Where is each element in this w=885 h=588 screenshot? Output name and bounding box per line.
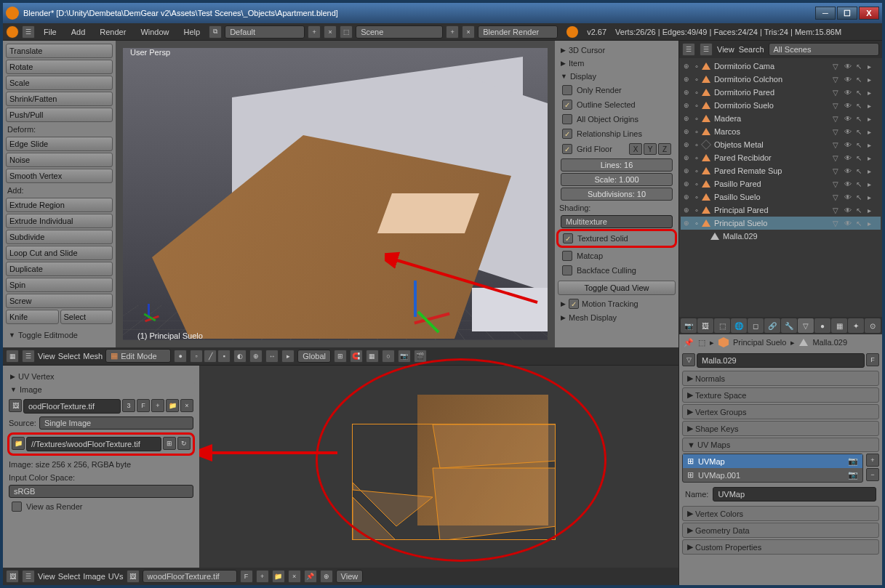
snap-icon[interactable]: 🧲 bbox=[350, 350, 363, 363]
proportional-icon[interactable]: ○ bbox=[382, 350, 395, 363]
tool-pushpull[interactable]: Push/Pull bbox=[6, 108, 113, 122]
outliner-item[interactable]: ⊕◦Dormitorio Suelo▽👁↖▸ bbox=[681, 99, 881, 112]
editor-type-3dview-icon[interactable]: ▦ bbox=[6, 350, 19, 363]
menu-file[interactable]: File bbox=[38, 26, 63, 38]
uv-collapse-icon[interactable]: ☰ bbox=[22, 570, 35, 583]
panel-display[interactable]: ▼Display bbox=[558, 70, 676, 83]
view3d-menu-view[interactable]: View bbox=[38, 352, 55, 361]
check-texturedsolid[interactable]: ✓ bbox=[563, 233, 573, 243]
tab-constraints-icon[interactable]: 🔗 bbox=[764, 318, 780, 333]
image-name-field[interactable]: oodFloorTexture.tif bbox=[23, 399, 121, 414]
shading-solid-icon[interactable]: ● bbox=[174, 350, 187, 363]
uv-new-icon[interactable]: + bbox=[256, 570, 269, 583]
check-viewasrender[interactable] bbox=[12, 502, 22, 512]
menu-window[interactable]: Window bbox=[135, 26, 175, 38]
mode-dropdown[interactable]: ▦Edit Mode bbox=[105, 349, 171, 363]
panel-geometrydata[interactable]: ▶ Geometry Data bbox=[682, 523, 879, 538]
tab-world-icon[interactable]: 🌐 bbox=[731, 318, 747, 333]
panel-3dcursor[interactable]: ▶3D Cursor bbox=[558, 44, 676, 57]
toggle-editmode-header[interactable]: ▼Toggle Editmode bbox=[6, 329, 113, 342]
uv-menu-uvs[interactable]: UVs bbox=[108, 572, 124, 581]
uvmap-name-field[interactable]: UVMap bbox=[713, 487, 876, 502]
uv-viewport[interactable] bbox=[199, 366, 678, 568]
tool-spin[interactable]: Spin bbox=[6, 278, 113, 292]
outliner-item[interactable]: ⊕◦Principal Pared▽👁↖▸ bbox=[681, 204, 881, 217]
menu-help[interactable]: Help bbox=[178, 26, 207, 38]
tool-smoothvertex[interactable]: Smooth Vertex bbox=[6, 169, 113, 183]
uv-image-fake[interactable]: F bbox=[240, 570, 253, 583]
image-open-icon[interactable]: 📁 bbox=[166, 399, 179, 412]
image-new-icon[interactable]: + bbox=[151, 399, 164, 412]
tab-scene-icon[interactable]: ⬚ bbox=[714, 318, 730, 333]
render-anim-icon[interactable]: 🎬 bbox=[414, 350, 427, 363]
tool-extrude-region[interactable]: Extrude Region bbox=[6, 198, 113, 212]
outliner-menu-search[interactable]: Search bbox=[739, 45, 764, 54]
axis-x-button[interactable]: X bbox=[629, 143, 642, 155]
uv-image-browse-icon[interactable]: 🖼 bbox=[127, 570, 140, 583]
check-onlyrender[interactable] bbox=[562, 85, 572, 95]
uv-menu-select[interactable]: Select bbox=[58, 572, 81, 581]
select-edge-icon[interactable]: ╱ bbox=[204, 350, 217, 363]
editor-type-icon[interactable] bbox=[6, 25, 19, 39]
outliner-item[interactable]: ⊕◦Madera▽👁↖▸ bbox=[681, 112, 881, 125]
check-relationship[interactable]: ✓ bbox=[562, 129, 572, 139]
close-button[interactable]: X bbox=[859, 7, 879, 20]
tool-translate[interactable]: Translate bbox=[6, 44, 113, 58]
outliner-scope-dropdown[interactable]: All Scenes bbox=[769, 43, 879, 56]
mesh-browse-icon[interactable]: ▽ bbox=[682, 353, 695, 366]
uvmap-item-1[interactable]: ⊞UVMap.001📷 bbox=[683, 468, 862, 482]
panel-item[interactable]: ▶Item bbox=[558, 57, 676, 70]
check-backface[interactable] bbox=[562, 265, 572, 275]
collapse-menus-icon[interactable]: ☰ bbox=[22, 25, 35, 39]
check-matcap[interactable] bbox=[562, 251, 572, 261]
menu-render[interactable]: Render bbox=[94, 26, 132, 38]
pivot-icon[interactable]: ⊕ bbox=[249, 350, 263, 363]
panel-normals[interactable]: ▶ Normals bbox=[682, 371, 879, 386]
uv-open-icon[interactable]: 📁 bbox=[272, 570, 285, 583]
delete-scene-button[interactable]: × bbox=[462, 25, 475, 39]
tool-loopcut[interactable]: Loop Cut and Slide bbox=[6, 246, 113, 260]
uv-pin-icon[interactable]: 📌 bbox=[304, 570, 317, 583]
editor-type-uv-icon[interactable]: 🖼 bbox=[6, 570, 19, 583]
select-face-icon[interactable]: ▪ bbox=[217, 350, 231, 363]
outliner-item[interactable]: ⊕◦Pasillo Suelo▽👁↖▸ bbox=[681, 190, 881, 204]
panel-uvvertex[interactable]: ▶UV Vertex bbox=[7, 370, 195, 383]
panel-vertexcolors[interactable]: ▶ Vertex Colors bbox=[682, 506, 879, 521]
panel-meshdisplay[interactable]: ▶Mesh Display bbox=[558, 311, 676, 324]
breadcrumb-object[interactable]: Principal Suelo bbox=[733, 338, 786, 347]
image-fake[interactable]: F bbox=[137, 399, 150, 412]
minimize-button[interactable]: ─ bbox=[815, 7, 836, 20]
outliner-item[interactable]: ⊕◦Pared Recibidor▽👁↖▸ bbox=[681, 151, 881, 164]
panel-customprops[interactable]: ▶ Custom Properties bbox=[682, 539, 879, 555]
layer-icon[interactable]: ⊞ bbox=[334, 350, 347, 363]
outliner-item[interactable]: ⊕◦Pared Remate Sup▽👁↖▸ bbox=[681, 164, 881, 177]
outliner-item[interactable]: ⊕◦Principal Suelo▽👁↖▸ bbox=[681, 217, 881, 230]
outliner-item[interactable]: ⊕◦Objetos Metal▽👁↖▸ bbox=[681, 138, 881, 151]
panel-shapekeys[interactable]: ▶ Shape Keys bbox=[682, 421, 879, 436]
outliner-item[interactable]: ⊕◦Marcos▽👁↖▸ bbox=[681, 125, 881, 138]
check-origins[interactable] bbox=[562, 114, 572, 124]
panel-vgroups[interactable]: ▶ Vertex Groups bbox=[682, 404, 879, 419]
panel-uvmaps[interactable]: ▼ UV Maps bbox=[682, 438, 879, 452]
uv-menu-image[interactable]: Image bbox=[83, 572, 105, 581]
image-users[interactable]: 3 bbox=[122, 399, 135, 412]
tool-edgeslide[interactable]: Edge Slide bbox=[6, 137, 113, 151]
tab-texture-icon[interactable]: ▦ bbox=[831, 318, 847, 333]
uv-view-mode[interactable]: View bbox=[336, 570, 364, 583]
uvmaps-list[interactable]: ⊞UVMap📷 ⊞UVMap.001📷 bbox=[682, 454, 863, 483]
view3d-menu-select[interactable]: Select bbox=[58, 352, 81, 361]
snap-type-icon[interactable]: ▦ bbox=[366, 350, 379, 363]
3d-viewport[interactable]: User Persp (1) Principal Suelo bbox=[116, 41, 555, 347]
check-gridfloor[interactable]: ✓ bbox=[562, 144, 572, 154]
image-browse-icon[interactable]: 🖼 bbox=[9, 399, 22, 412]
tool-select[interactable]: Select bbox=[60, 310, 113, 324]
filepath-browse-icon[interactable]: 📁 bbox=[12, 437, 25, 450]
back-to-previous-icon[interactable]: ⧉ bbox=[209, 25, 222, 39]
scene-browse-icon[interactable]: ⬚ bbox=[340, 25, 353, 39]
breadcrumb-mesh[interactable]: Malla.029 bbox=[812, 338, 847, 347]
outliner-collapse-icon[interactable]: ☰ bbox=[700, 43, 713, 56]
tab-material-icon[interactable]: ● bbox=[814, 318, 830, 333]
tab-modifiers-icon[interactable]: 🔧 bbox=[781, 318, 797, 333]
filepath-reload-icon[interactable]: ↻ bbox=[177, 437, 191, 450]
mesh-fake[interactable]: F bbox=[866, 353, 879, 366]
